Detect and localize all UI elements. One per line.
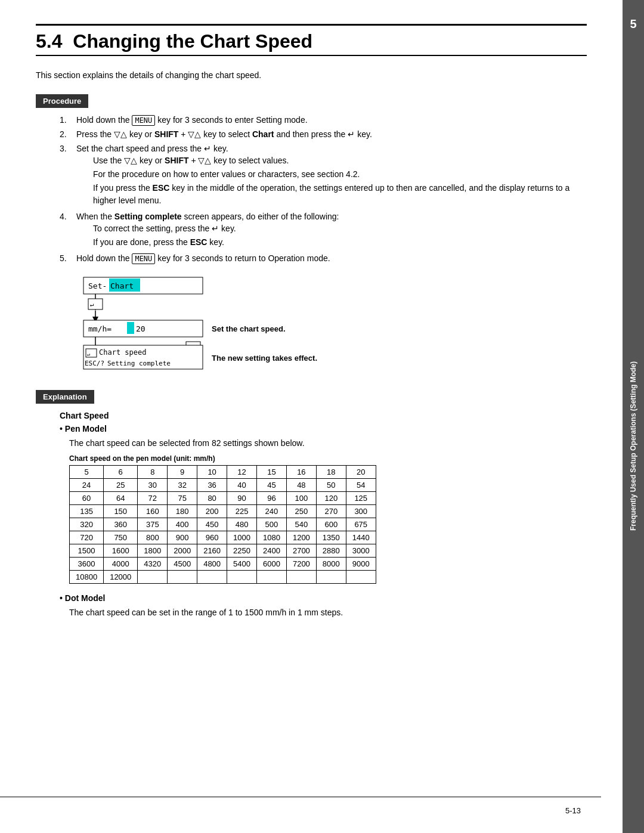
table-cell: 375 [138, 518, 168, 531]
table-cell: 1600 [104, 544, 138, 558]
table-cell: 36 [197, 479, 227, 492]
table-cell: 18 [316, 466, 346, 479]
table-cell: 600 [316, 518, 346, 531]
step-4: 4. When the Setting complete screen appe… [60, 212, 587, 249]
step-num: 4. [60, 212, 72, 221]
table-cell: 9 [168, 466, 197, 479]
table-cell: 1080 [257, 531, 287, 544]
step-content: Hold down the MENU key for 3 seconds to … [76, 115, 308, 125]
table-cell: 54 [346, 479, 376, 492]
step-3: 3. Set the chart speed and press the ↵ k… [60, 144, 587, 207]
lcd-diagram-svg: Set- Chart ↵ mm/h= 20 [72, 272, 382, 374]
table-cell: 48 [286, 479, 316, 492]
chapter-title: 5.4 Changing the Chart Speed [36, 30, 587, 56]
table-cell: 1800 [138, 544, 168, 558]
table-cell: 4800 [197, 558, 227, 571]
table-cell: 500 [257, 518, 287, 531]
table-cell: 75 [168, 492, 197, 505]
table-cell: 320 [70, 518, 104, 531]
section-number-badge: 5 [623, 11, 644, 37]
step-content: When the Setting complete screen appears… [76, 212, 339, 249]
table-cell: 180 [168, 505, 197, 518]
table-cell: 12000 [104, 571, 138, 584]
table-cell: 90 [227, 492, 257, 505]
explanation-label: Explanation [36, 390, 94, 404]
table-cell: 960 [197, 531, 227, 544]
table-cell: 300 [346, 505, 376, 518]
step-num: 1. [60, 115, 72, 125]
svg-text:mm/h=: mm/h= [88, 324, 112, 333]
dot-model-text: The chart speed can be set in the range … [69, 606, 587, 619]
table-cell [257, 571, 287, 584]
table-cell: 5400 [227, 558, 257, 571]
table-cell: 1350 [316, 531, 346, 544]
table-cell: 225 [227, 505, 257, 518]
table-cell: 675 [346, 518, 376, 531]
table-cell: 250 [286, 505, 316, 518]
explanation-section: Explanation Chart Speed Pen Model The ch… [36, 390, 587, 619]
step-content: Press the ▽△ key or SHIFT + ▽△ key to se… [76, 129, 372, 139]
pen-model-bullet: Pen Model [60, 424, 587, 433]
section-num-label: 5 [630, 17, 636, 31]
bottom-border [0, 797, 601, 797]
table-cell: 60 [70, 492, 104, 505]
table-cell: 45 [257, 479, 287, 492]
table-cell: 40 [227, 479, 257, 492]
chapter-number: 5.4 [36, 30, 62, 52]
table-cell: 100 [286, 492, 316, 505]
table-cell: 2250 [227, 544, 257, 558]
table-cell: 25 [104, 479, 138, 492]
table-cell: 150 [104, 505, 138, 518]
step-content: Set the chart speed and press the ↵ key.… [76, 144, 587, 207]
procedure-diagram: Set- Chart ↵ mm/h= 20 [72, 272, 563, 376]
step-num: 5. [60, 253, 72, 263]
table-cell: 800 [138, 531, 168, 544]
table-cell: 120 [316, 492, 346, 505]
speed-table: 5689101215161820242530323640454850546064… [69, 465, 376, 584]
table-cell: 24 [70, 479, 104, 492]
svg-text:Set-: Set- [88, 281, 107, 290]
svg-text:Chart speed: Chart speed [99, 348, 146, 357]
table-cell: 5 [70, 466, 104, 479]
step-4-sub1: To correct the setting, press the ↵ key. [93, 222, 339, 235]
table-cell: 30 [138, 479, 168, 492]
step-4-sub2: If you are done, press the ESC key. [93, 236, 339, 249]
menu-key-2: MENU [132, 253, 155, 264]
chapter-name: Changing the Chart Speed [73, 30, 312, 52]
svg-text:↵: ↵ [90, 301, 94, 308]
menu-key: MENU [132, 115, 155, 126]
table-cell: 720 [70, 531, 104, 544]
table-cell: 12 [227, 466, 257, 479]
table-cell: 1500 [70, 544, 104, 558]
table-cell: 4500 [168, 558, 197, 571]
table-cell: 3600 [70, 558, 104, 571]
step-2: 2. Press the ▽△ key or SHIFT + ▽△ key to… [60, 129, 587, 139]
table-cell: 200 [197, 505, 227, 518]
table-cell: 4000 [104, 558, 138, 571]
step-content: Hold down the MENU key for 3 seconds to … [76, 253, 330, 263]
table-cell: 135 [70, 505, 104, 518]
step-1: 1. Hold down the MENU key for 3 seconds … [60, 115, 587, 125]
table-cell: 2000 [168, 544, 197, 558]
table-cell: 1000 [227, 531, 257, 544]
table-cell [316, 571, 346, 584]
table-cell: 8000 [316, 558, 346, 571]
procedure-section: Procedure 1. Hold down the MENU key for … [36, 94, 587, 376]
table-cell: 480 [227, 518, 257, 531]
table-cell: 4320 [138, 558, 168, 571]
table-cell: 96 [257, 492, 287, 505]
svg-text:The new setting takes effect.: The new setting takes effect. [212, 354, 317, 363]
table-cell: 2700 [286, 544, 316, 558]
svg-text:20: 20 [136, 324, 145, 333]
table-cell: 125 [346, 492, 376, 505]
sidebar-tab: 5 Frequently Used Setup Operations (Sett… [623, 0, 644, 833]
chart-speed-title: Chart Speed [60, 411, 587, 420]
table-cell [346, 571, 376, 584]
sidebar-tab-text: Frequently Used Setup Operations (Settin… [628, 361, 639, 531]
step-3-sub1: Use the ▽△ key or SHIFT + ▽△ key to sele… [93, 154, 587, 167]
procedure-label: Procedure [36, 94, 88, 108]
table-cell: 540 [286, 518, 316, 531]
step-num: 3. [60, 144, 72, 153]
step-num: 2. [60, 129, 72, 139]
dot-model-label: Dot Model [65, 593, 106, 603]
